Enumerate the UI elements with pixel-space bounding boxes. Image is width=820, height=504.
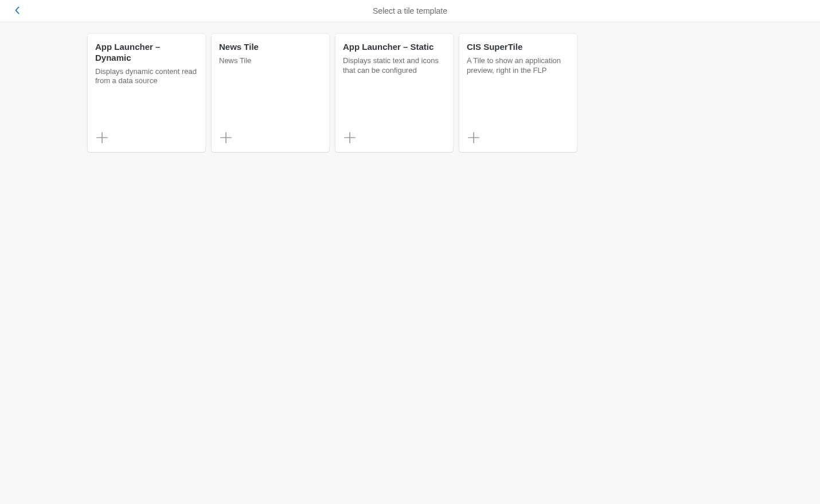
tile-title: App Launcher – Static xyxy=(343,42,446,53)
add-icon xyxy=(220,131,232,144)
tile-app-launcher-static[interactable]: App Launcher – Static Displays static te… xyxy=(335,34,453,152)
tile-description: Displays static text and icons that can … xyxy=(343,56,446,76)
tile-description: Displays dynamic content read from a dat… xyxy=(95,67,198,87)
add-icon xyxy=(467,131,480,144)
add-icon xyxy=(96,131,108,144)
tile-cis-supertile[interactable]: CIS SuperTile A Tile to show an applicat… xyxy=(459,34,577,152)
page-title: Select a tile template xyxy=(373,6,447,15)
tile-title: App Launcher – Dynamic xyxy=(95,42,198,64)
tile-description: A Tile to show an application preview, r… xyxy=(467,56,569,76)
tile-description: News Tile xyxy=(219,56,322,66)
tile-title: News Tile xyxy=(219,42,322,53)
tile-title: CIS SuperTile xyxy=(467,42,569,53)
chevron-left-icon xyxy=(14,6,21,16)
page-header: Select a tile template xyxy=(0,0,820,22)
add-icon xyxy=(343,131,356,144)
tile-news-tile[interactable]: News Tile News Tile xyxy=(212,34,329,152)
back-button[interactable] xyxy=(10,4,24,18)
tile-app-launcher-dynamic[interactable]: App Launcher – Dynamic Displays dynamic … xyxy=(88,34,205,152)
tile-grid: App Launcher – Dynamic Displays dynamic … xyxy=(0,22,820,152)
